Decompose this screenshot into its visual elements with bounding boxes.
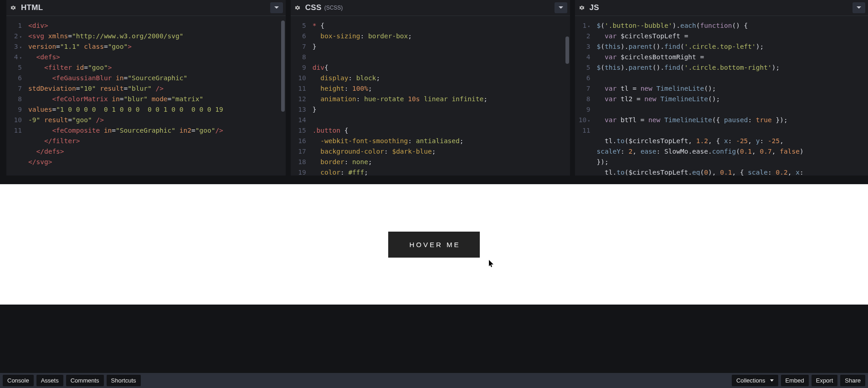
hover-me-button[interactable]: HOVER ME (388, 232, 479, 258)
pane-dropdown-button[interactable] (555, 2, 567, 13)
gutter-line: 5 (6, 62, 22, 73)
gutter-line: 16 (291, 136, 306, 146)
gutter-line: 19 (291, 167, 306, 176)
editor-pane-css: CSS (SCSS) 5678910111213141516171819 * {… (291, 0, 570, 176)
gear-icon[interactable] (579, 5, 585, 11)
gutter-line: 6 (6, 73, 22, 83)
scrollbar-vertical[interactable] (281, 21, 285, 112)
footer-export-button[interactable]: Export (812, 375, 838, 386)
footer-shortcuts-button[interactable]: Shortcuts (107, 375, 141, 386)
gutter-line: 9 (6, 104, 22, 115)
pane-header-html: HTML (6, 0, 286, 16)
gutter-line: 10 (575, 115, 591, 125)
footer-console-button[interactable]: Console (3, 375, 34, 386)
gutter-line: 18 (291, 157, 306, 167)
editor-pane-js: JS 1234567891011 $('.button--bubble').ea… (575, 0, 868, 176)
gutter-line: 6 (291, 31, 306, 41)
gutter-line: 6 (575, 73, 591, 83)
gear-icon[interactable] (10, 5, 16, 11)
chevron-down-icon (558, 5, 564, 10)
gutter-line: 5 (291, 21, 306, 31)
gutter-line: 10 (6, 115, 22, 125)
gutter-line: 4 (575, 52, 591, 62)
gutter-line: 2 (6, 31, 22, 41)
chevron-down-icon (856, 5, 862, 10)
pane-dropdown-button[interactable] (853, 2, 865, 13)
gutter-line: 7 (575, 83, 591, 94)
gear-icon[interactable] (294, 5, 301, 11)
gutter-line: 1 (575, 21, 591, 31)
gutter-line: 7 (6, 83, 22, 94)
gutter-line: 13 (291, 104, 306, 115)
gutter-line: 8 (291, 52, 306, 62)
gutter-line: 11 (291, 83, 306, 94)
code-editor-css[interactable]: 5678910111213141516171819 * { box-sizing… (291, 16, 570, 176)
pane-title: CSS (305, 3, 322, 12)
chevron-down-icon (274, 5, 279, 10)
pane-title: HTML (21, 3, 43, 12)
editor-pane-html: HTML 1234567891011 <div> <svg xmlns="htt… (6, 0, 286, 176)
gutter-line: 17 (291, 146, 306, 157)
footer-collections-button[interactable]: Collections (732, 375, 778, 386)
code-editor-js[interactable]: 1234567891011 $('.button--bubble').each(… (575, 16, 868, 176)
gutter-line: 11 (575, 125, 591, 136)
gutter-line: 7 (291, 41, 306, 52)
gutter-line: 9 (291, 62, 306, 73)
gutter-line: 4 (6, 52, 22, 62)
pane-dropdown-button[interactable] (270, 2, 283, 13)
preview-area[interactable]: HOVER ME (0, 184, 868, 305)
pane-header-js: JS (575, 0, 868, 16)
gutter-line: 3 (6, 41, 22, 52)
gutter-line: 11 (6, 125, 22, 136)
pane-title: JS (590, 3, 599, 12)
gutter-line: 8 (575, 94, 591, 104)
footer-bar: ConsoleAssetsCommentsShortcuts Collectio… (0, 373, 868, 388)
pane-subtitle: (SCSS) (324, 5, 343, 11)
cursor-icon (488, 260, 495, 268)
gutter-line: 8 (6, 94, 22, 104)
code-editor-html[interactable]: 1234567891011 <div> <svg xmlns="http://w… (6, 16, 286, 176)
scrollbar-vertical[interactable] (565, 36, 569, 64)
footer-comments-button[interactable]: Comments (66, 375, 104, 386)
gutter-line: 9 (575, 104, 591, 115)
pane-header-css: CSS (SCSS) (291, 0, 570, 16)
footer-share-button[interactable]: Share (840, 375, 865, 386)
gutter-line: 14 (291, 115, 306, 125)
gutter-line: 1 (6, 21, 22, 31)
gutter-line: 12 (291, 94, 306, 104)
gutter-line: 10 (291, 73, 306, 83)
gutter-line: 3 (575, 41, 591, 52)
gutter-line: 5 (575, 62, 591, 73)
footer-assets-button[interactable]: Assets (36, 375, 63, 386)
gutter-line: 15 (291, 125, 306, 136)
gutter-line: 2 (575, 31, 591, 41)
footer-embed-button[interactable]: Embed (781, 375, 809, 386)
